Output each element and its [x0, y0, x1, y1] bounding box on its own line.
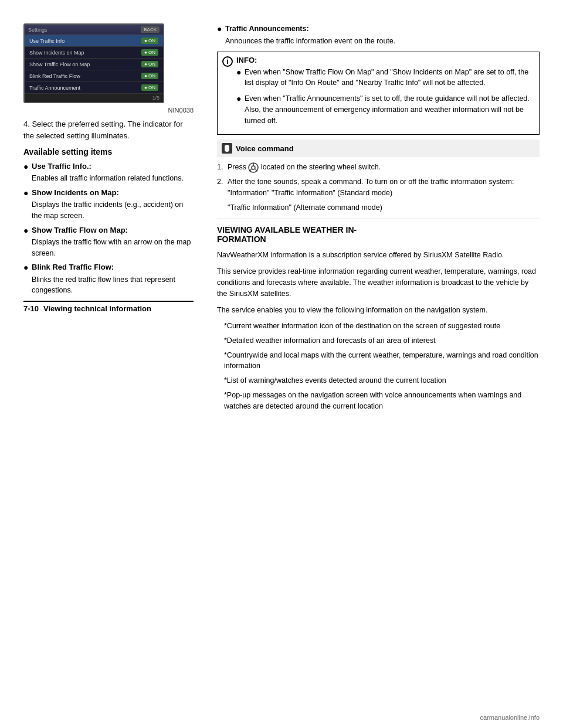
right-bullet-star-4 — [217, 375, 224, 386]
traffic-bullet-content: Traffic Announcements: Announces the tra… — [225, 23, 540, 47]
right-bullet-4: *List of warning/watches events detected… — [217, 375, 540, 386]
bullet-content-4: Blink Red Traffic Flow: Blinks the red t… — [32, 262, 194, 296]
info-bullet-dot-1: ● — [236, 67, 245, 89]
info-box: i INFO: ● Even when "Show Traffic Flow O… — [217, 52, 540, 135]
bullet-content-2: Show Incidents on Map: Displays the traf… — [32, 188, 194, 222]
bullet-content-3: Show Traffic Flow on Map: Displays the t… — [32, 225, 194, 259]
traffic-announcements-bullet: ● Traffic Announcements: Announces the t… — [217, 23, 540, 47]
screen-menu-item-on-1: ● ON — [141, 38, 158, 44]
screen-menu-item-on-5: ● ON — [141, 84, 158, 91]
voice-label: Voice command — [236, 144, 294, 153]
bullet-title-3: Show Traffic Flow on Map: — [32, 226, 128, 234]
right-bullet-5: *Pop-up messages on the navigation scree… — [217, 390, 540, 412]
screen-caption: NIN0038 — [23, 107, 194, 114]
right-bullet-2: *Detailed weather information and foreca… — [217, 335, 540, 346]
screen-title: Settings — [28, 27, 48, 33]
steering-wheel-icon — [248, 162, 259, 173]
bullet-section: ● Use Traffic Info.: Enables all traffic… — [23, 161, 194, 296]
bullet-dot-3: ● — [23, 225, 32, 259]
voice-step-num-1: 1. — [217, 162, 228, 173]
right-para-2: This service provides real-time informat… — [217, 266, 540, 300]
right-bullet-text-3: *Countrywide and local maps with the cur… — [224, 350, 540, 372]
bullet-item-1: ● Use Traffic Info.: Enables all traffic… — [23, 161, 194, 184]
main-content: Settings BACK Use Traffic Info ● ON Show… — [23, 23, 540, 716]
right-bullet-text-1: *Current weather information icon of the… — [224, 321, 540, 332]
screen-image: Settings BACK Use Traffic Info ● ON Show… — [23, 23, 164, 103]
right-section-heading: VIEWING AVAILABLE WEATHER IN-FORMATION — [217, 225, 540, 244]
voice-step-content-1: Press located on the steering wheel swit… — [228, 162, 540, 173]
watermark: carmanualonline.info — [480, 714, 540, 721]
page-number: 7-10 — [23, 304, 39, 313]
svg-point-1 — [252, 166, 255, 169]
screen-back-btn: BACK — [141, 26, 160, 33]
screen-menu-item-text-3: Show Traffic Flow on Map — [29, 62, 90, 67]
step4-text: 4. Select the preferred setting. The ind… — [23, 118, 194, 141]
screen-menu-item-text-2: Show Incidents on Map — [29, 50, 84, 56]
screen-titlebar: Settings BACK — [25, 25, 163, 35]
right-bullet-3: *Countrywide and local maps with the cur… — [217, 350, 540, 372]
screen-menu-item-3: Show Traffic Flow on Map ● ON — [25, 59, 163, 70]
voice-icon-inner — [225, 145, 229, 152]
screen-menu-item-5: Traffic Announcement ● ON — [25, 82, 163, 94]
info-bullet-text-1: Even when "Show Traffic Flow On Map" and… — [245, 67, 534, 89]
voice-step-content-2: After the tone sounds, speak a command. … — [228, 176, 540, 199]
screen-menu-item-4: Blink Red Traffic Flow ● ON — [25, 70, 163, 82]
info-bullet-2: ● Even when "Traffic Announcements" is s… — [236, 93, 534, 126]
right-para-1: NavWeatherXM information is a subscripti… — [217, 250, 540, 261]
page-section-title: Viewing technical information — [43, 304, 151, 313]
right-column: ● Traffic Announcements: Announces the t… — [205, 23, 540, 716]
voice-step-num-3 — [217, 202, 228, 213]
voice-step-1: 1. Press located on the steering wheel s… — [217, 162, 540, 173]
screen-menu-item-on-2: ● ON — [141, 49, 158, 56]
bullet-title-1: Use Traffic Info.: — [32, 162, 91, 171]
bullet-title-2: Show Incidents on Map: — [32, 188, 119, 197]
voice-step-3: "Traffic Information" (Alternate command… — [217, 202, 540, 213]
voice-step-2: 2. After the tone sounds, speak a comman… — [217, 176, 540, 199]
bullet-item-2: ● Show Incidents on Map: Displays the tr… — [23, 188, 194, 222]
info-bullet-1: ● Even when "Show Traffic Flow On Map" a… — [236, 67, 534, 89]
info-icon: i — [222, 56, 233, 67]
right-bullet-text-4: *List of warning/watches events detected… — [224, 375, 540, 386]
screen-menu-item-text-4: Blink Red Traffic Flow — [29, 73, 80, 79]
bullet-desc-3: Displays the traffic flow with an arrow … — [32, 237, 194, 259]
right-bullet-text-5: *Pop-up messages on the navigation scree… — [224, 390, 540, 412]
bullet-content-1: Use Traffic Info.: Enables all traffic i… — [32, 161, 194, 184]
info-label: INFO: — [236, 56, 534, 64]
screen-footer: 1/5 — [25, 94, 163, 102]
screen-menu-item-text-5: Traffic Announcement — [29, 85, 80, 91]
bullet-dot-1: ● — [23, 161, 32, 184]
traffic-bullet-dot: ● — [217, 23, 225, 47]
bullet-desc-4: Blinks the red traffic flow lines that r… — [32, 274, 194, 297]
right-para-3: The service enables you to view the foll… — [217, 305, 540, 316]
bullet-item-4: ● Blink Red Traffic Flow: Blinks the red… — [23, 262, 194, 296]
screen-menu-item-2: Show Incidents on Map ● ON — [25, 47, 163, 59]
section-heading: Available setting items — [23, 147, 194, 157]
right-bullet-text-2: *Detailed weather information and foreca… — [224, 335, 540, 346]
right-bullet-star-1 — [217, 321, 224, 332]
right-bullet-star-3 — [217, 350, 224, 372]
voice-step-num-2: 2. — [217, 176, 228, 199]
bullet-desc-2: Displays the traffic incidents (e.g., ac… — [32, 199, 194, 222]
screen-menu-item-on-3: ● ON — [141, 61, 158, 67]
bullet-item-3: ● Show Traffic Flow on Map: Displays the… — [23, 225, 194, 259]
bullet-dot-4: ● — [23, 262, 32, 296]
info-bullet-text-2: Even when "Traffic Announcements" is set… — [245, 93, 534, 126]
left-column: Settings BACK Use Traffic Info ● ON Show… — [23, 23, 205, 716]
traffic-bullet-title: Traffic Announcements: — [225, 25, 309, 33]
page-container: Settings BACK Use Traffic Info ● ON Show… — [0, 0, 563, 728]
voice-icon — [222, 143, 232, 154]
info-box-content: INFO: ● Even when "Show Traffic Flow On … — [236, 56, 534, 131]
screen-menu-item-1: Use Traffic Info ● ON — [25, 35, 163, 47]
bullet-title-4: Blink Red Traffic Flow: — [32, 263, 114, 271]
bullet-desc-1: Enables all traffic information related … — [32, 173, 194, 184]
info-bullet-dot-2: ● — [236, 93, 245, 126]
right-bullet-1: *Current weather information icon of the… — [217, 321, 540, 332]
screen-menu-item-text-1: Use Traffic Info — [29, 38, 65, 44]
voice-command-box: Voice command — [217, 140, 540, 157]
traffic-bullet-desc: Announces the traffic information event … — [225, 36, 540, 47]
screen-menu-item-on-4: ● ON — [141, 73, 158, 79]
right-bullet-star-2 — [217, 335, 224, 346]
voice-step-content-3: "Traffic Information" (Alternate command… — [228, 202, 540, 213]
bullet-dot-2: ● — [23, 188, 32, 222]
right-bullet-star-5 — [217, 390, 224, 412]
